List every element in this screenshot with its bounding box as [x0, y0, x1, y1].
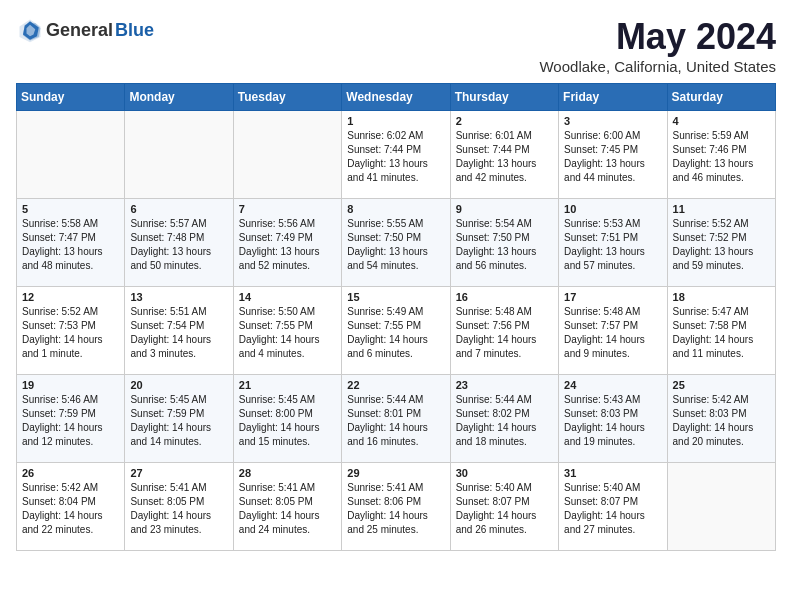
day-number: 3: [564, 115, 661, 127]
day-info: Sunrise: 5:44 AMSunset: 8:01 PMDaylight:…: [347, 393, 444, 449]
day-info: Sunrise: 5:47 AMSunset: 7:58 PMDaylight:…: [673, 305, 770, 361]
day-number: 15: [347, 291, 444, 303]
day-info: Sunrise: 5:44 AMSunset: 8:02 PMDaylight:…: [456, 393, 553, 449]
calendar-cell: 16Sunrise: 5:48 AMSunset: 7:56 PMDayligh…: [450, 287, 558, 375]
day-info: Sunrise: 5:41 AMSunset: 8:06 PMDaylight:…: [347, 481, 444, 537]
day-number: 28: [239, 467, 336, 479]
day-number: 30: [456, 467, 553, 479]
title-area: May 2024 Woodlake, California, United St…: [539, 16, 776, 75]
day-number: 22: [347, 379, 444, 391]
day-info: Sunrise: 5:40 AMSunset: 8:07 PMDaylight:…: [456, 481, 553, 537]
calendar-cell: 8Sunrise: 5:55 AMSunset: 7:50 PMDaylight…: [342, 199, 450, 287]
calendar-cell: 31Sunrise: 5:40 AMSunset: 8:07 PMDayligh…: [559, 463, 667, 551]
day-number: 19: [22, 379, 119, 391]
day-info: Sunrise: 5:40 AMSunset: 8:07 PMDaylight:…: [564, 481, 661, 537]
page-header: GeneralBlue May 2024 Woodlake, Californi…: [16, 16, 776, 75]
logo-icon: [16, 16, 44, 44]
day-number: 26: [22, 467, 119, 479]
day-number: 5: [22, 203, 119, 215]
calendar-cell: 28Sunrise: 5:41 AMSunset: 8:05 PMDayligh…: [233, 463, 341, 551]
day-number: 16: [456, 291, 553, 303]
calendar-cell: 30Sunrise: 5:40 AMSunset: 8:07 PMDayligh…: [450, 463, 558, 551]
day-info: Sunrise: 5:56 AMSunset: 7:49 PMDaylight:…: [239, 217, 336, 273]
day-number: 12: [22, 291, 119, 303]
calendar-cell: 1Sunrise: 6:02 AMSunset: 7:44 PMDaylight…: [342, 111, 450, 199]
day-number: 21: [239, 379, 336, 391]
logo-blue-text: Blue: [115, 20, 154, 41]
day-number: 23: [456, 379, 553, 391]
day-info: Sunrise: 5:45 AMSunset: 8:00 PMDaylight:…: [239, 393, 336, 449]
page-subtitle: Woodlake, California, United States: [539, 58, 776, 75]
day-info: Sunrise: 5:57 AMSunset: 7:48 PMDaylight:…: [130, 217, 227, 273]
day-info: Sunrise: 5:45 AMSunset: 7:59 PMDaylight:…: [130, 393, 227, 449]
calendar-cell: 19Sunrise: 5:46 AMSunset: 7:59 PMDayligh…: [17, 375, 125, 463]
week-row-2: 5Sunrise: 5:58 AMSunset: 7:47 PMDaylight…: [17, 199, 776, 287]
calendar-cell: 29Sunrise: 5:41 AMSunset: 8:06 PMDayligh…: [342, 463, 450, 551]
page-title: May 2024: [539, 16, 776, 58]
calendar-cell: 4Sunrise: 5:59 AMSunset: 7:46 PMDaylight…: [667, 111, 775, 199]
day-info: Sunrise: 5:49 AMSunset: 7:55 PMDaylight:…: [347, 305, 444, 361]
week-row-3: 12Sunrise: 5:52 AMSunset: 7:53 PMDayligh…: [17, 287, 776, 375]
weekday-header-saturday: Saturday: [667, 84, 775, 111]
day-info: Sunrise: 6:00 AMSunset: 7:45 PMDaylight:…: [564, 129, 661, 185]
calendar-cell: 5Sunrise: 5:58 AMSunset: 7:47 PMDaylight…: [17, 199, 125, 287]
day-number: 13: [130, 291, 227, 303]
calendar-cell: 18Sunrise: 5:47 AMSunset: 7:58 PMDayligh…: [667, 287, 775, 375]
day-number: 27: [130, 467, 227, 479]
day-number: 8: [347, 203, 444, 215]
day-number: 2: [456, 115, 553, 127]
calendar-cell: 3Sunrise: 6:00 AMSunset: 7:45 PMDaylight…: [559, 111, 667, 199]
logo: GeneralBlue: [16, 16, 154, 44]
calendar-cell: 17Sunrise: 5:48 AMSunset: 7:57 PMDayligh…: [559, 287, 667, 375]
day-number: 6: [130, 203, 227, 215]
calendar-table: SundayMondayTuesdayWednesdayThursdayFrid…: [16, 83, 776, 551]
day-info: Sunrise: 6:02 AMSunset: 7:44 PMDaylight:…: [347, 129, 444, 185]
calendar-cell: 7Sunrise: 5:56 AMSunset: 7:49 PMDaylight…: [233, 199, 341, 287]
day-info: Sunrise: 5:42 AMSunset: 8:04 PMDaylight:…: [22, 481, 119, 537]
day-info: Sunrise: 5:46 AMSunset: 7:59 PMDaylight:…: [22, 393, 119, 449]
day-info: Sunrise: 5:53 AMSunset: 7:51 PMDaylight:…: [564, 217, 661, 273]
day-number: 1: [347, 115, 444, 127]
day-info: Sunrise: 5:43 AMSunset: 8:03 PMDaylight:…: [564, 393, 661, 449]
day-number: 9: [456, 203, 553, 215]
calendar-cell: [667, 463, 775, 551]
weekday-header-monday: Monday: [125, 84, 233, 111]
day-number: 4: [673, 115, 770, 127]
day-info: Sunrise: 5:48 AMSunset: 7:57 PMDaylight:…: [564, 305, 661, 361]
day-number: 14: [239, 291, 336, 303]
day-number: 31: [564, 467, 661, 479]
calendar-cell: 9Sunrise: 5:54 AMSunset: 7:50 PMDaylight…: [450, 199, 558, 287]
logo-general: General: [46, 20, 113, 41]
day-info: Sunrise: 5:42 AMSunset: 8:03 PMDaylight:…: [673, 393, 770, 449]
calendar-cell: 22Sunrise: 5:44 AMSunset: 8:01 PMDayligh…: [342, 375, 450, 463]
day-info: Sunrise: 5:55 AMSunset: 7:50 PMDaylight:…: [347, 217, 444, 273]
calendar-cell: 24Sunrise: 5:43 AMSunset: 8:03 PMDayligh…: [559, 375, 667, 463]
weekday-header-row: SundayMondayTuesdayWednesdayThursdayFrid…: [17, 84, 776, 111]
day-number: 10: [564, 203, 661, 215]
day-info: Sunrise: 5:50 AMSunset: 7:55 PMDaylight:…: [239, 305, 336, 361]
calendar-cell: 15Sunrise: 5:49 AMSunset: 7:55 PMDayligh…: [342, 287, 450, 375]
weekday-header-sunday: Sunday: [17, 84, 125, 111]
day-number: 17: [564, 291, 661, 303]
week-row-1: 1Sunrise: 6:02 AMSunset: 7:44 PMDaylight…: [17, 111, 776, 199]
calendar-cell: 21Sunrise: 5:45 AMSunset: 8:00 PMDayligh…: [233, 375, 341, 463]
day-number: 20: [130, 379, 227, 391]
weekday-header-thursday: Thursday: [450, 84, 558, 111]
day-number: 11: [673, 203, 770, 215]
calendar-cell: 23Sunrise: 5:44 AMSunset: 8:02 PMDayligh…: [450, 375, 558, 463]
calendar-cell: [17, 111, 125, 199]
calendar-cell: 25Sunrise: 5:42 AMSunset: 8:03 PMDayligh…: [667, 375, 775, 463]
day-number: 25: [673, 379, 770, 391]
day-number: 7: [239, 203, 336, 215]
day-number: 29: [347, 467, 444, 479]
day-number: 24: [564, 379, 661, 391]
day-info: Sunrise: 5:41 AMSunset: 8:05 PMDaylight:…: [130, 481, 227, 537]
day-info: Sunrise: 5:59 AMSunset: 7:46 PMDaylight:…: [673, 129, 770, 185]
weekday-header-wednesday: Wednesday: [342, 84, 450, 111]
calendar-cell: 10Sunrise: 5:53 AMSunset: 7:51 PMDayligh…: [559, 199, 667, 287]
day-number: 18: [673, 291, 770, 303]
day-info: Sunrise: 5:51 AMSunset: 7:54 PMDaylight:…: [130, 305, 227, 361]
day-info: Sunrise: 5:54 AMSunset: 7:50 PMDaylight:…: [456, 217, 553, 273]
day-info: Sunrise: 5:48 AMSunset: 7:56 PMDaylight:…: [456, 305, 553, 361]
calendar-cell: 20Sunrise: 5:45 AMSunset: 7:59 PMDayligh…: [125, 375, 233, 463]
